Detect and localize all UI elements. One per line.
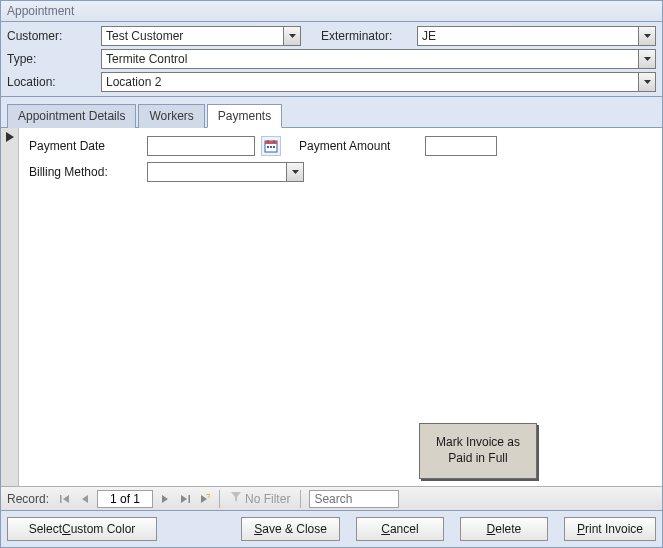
nav-new-button[interactable]: ✳ (195, 488, 215, 510)
tab-appointment-details[interactable]: Appointment Details (7, 104, 136, 128)
record-label: Record: (1, 492, 55, 506)
svg-rect-6 (265, 141, 277, 144)
window-title: Appointment (1, 1, 662, 22)
type-label: Type: (7, 52, 101, 66)
customer-input[interactable] (101, 26, 284, 46)
svg-rect-13 (60, 495, 62, 503)
tab-content: Payment Date Payment Amount Billing Meth… (1, 128, 662, 510)
svg-marker-2 (644, 57, 651, 61)
svg-marker-4 (6, 132, 14, 142)
calendar-icon[interactable] (261, 136, 281, 156)
no-filter-indicator[interactable]: No Filter (224, 491, 296, 506)
delete-button[interactable]: Delete (460, 517, 548, 541)
tab-workers[interactable]: Workers (138, 104, 204, 128)
record-navigator: Record: ✳ No Filter (1, 486, 662, 510)
customer-label: Customer: (7, 29, 101, 43)
select-custom-color-button[interactable]: Select Custom Color (7, 517, 157, 541)
customer-dropdown-button[interactable] (284, 26, 301, 46)
customer-combo[interactable] (101, 26, 301, 46)
svg-marker-17 (181, 495, 187, 503)
exterminator-combo[interactable] (417, 26, 656, 46)
print-invoice-button[interactable]: Print Invoice (564, 517, 656, 541)
type-combo[interactable] (101, 49, 656, 69)
exterminator-label: Exterminator: (321, 29, 417, 43)
search-input[interactable] (309, 490, 399, 508)
appointment-window: Appointment Customer: Exterminator: Type… (0, 0, 663, 548)
no-filter-label: No Filter (245, 492, 290, 506)
svg-text:✳: ✳ (206, 494, 210, 502)
payment-amount-label: Payment Amount (299, 139, 419, 153)
nav-next-button[interactable] (155, 488, 175, 510)
nav-prev-button[interactable] (75, 488, 95, 510)
header-form: Customer: Exterminator: Type: Location: (1, 22, 662, 97)
svg-rect-18 (189, 495, 191, 503)
svg-marker-1 (644, 34, 651, 38)
svg-rect-10 (270, 146, 272, 148)
filter-icon (230, 491, 242, 506)
svg-marker-3 (644, 80, 651, 84)
record-counter[interactable] (97, 490, 153, 508)
svg-marker-0 (289, 34, 296, 38)
payments-form: Payment Date Payment Amount Billing Meth… (19, 128, 662, 486)
svg-marker-15 (82, 495, 88, 503)
payment-date-label: Payment Date (29, 139, 141, 153)
tab-payments[interactable]: Payments (207, 104, 282, 128)
billing-method-combo[interactable] (147, 162, 304, 182)
type-dropdown-button[interactable] (639, 49, 656, 69)
tab-bar: Appointment Details Workers Payments (1, 97, 662, 128)
location-dropdown-button[interactable] (639, 72, 656, 92)
svg-marker-14 (63, 495, 69, 503)
exterminator-input[interactable] (417, 26, 639, 46)
billing-method-input[interactable] (147, 162, 287, 182)
svg-marker-12 (292, 170, 299, 174)
billing-method-dropdown-button[interactable] (287, 162, 304, 182)
svg-rect-9 (267, 146, 269, 148)
svg-marker-21 (231, 492, 241, 502)
record-selector[interactable] (1, 128, 19, 486)
location-combo[interactable] (101, 72, 656, 92)
location-label: Location: (7, 75, 101, 89)
cancel-button[interactable]: Cancel (356, 517, 444, 541)
mark-paid-button[interactable]: Mark Invoice as Paid in Full (419, 423, 537, 479)
payment-date-input[interactable] (147, 136, 255, 156)
footer-bar: Select Custom Color Save & Close Cancel … (1, 510, 662, 547)
billing-method-label: Billing Method: (29, 165, 141, 179)
type-input[interactable] (101, 49, 639, 69)
exterminator-dropdown-button[interactable] (639, 26, 656, 46)
svg-marker-16 (162, 495, 168, 503)
nav-last-button[interactable] (175, 488, 195, 510)
location-input[interactable] (101, 72, 639, 92)
nav-first-button[interactable] (55, 488, 75, 510)
svg-rect-11 (273, 146, 275, 148)
save-close-button[interactable]: Save & Close (241, 517, 340, 541)
payment-amount-input[interactable] (425, 136, 497, 156)
